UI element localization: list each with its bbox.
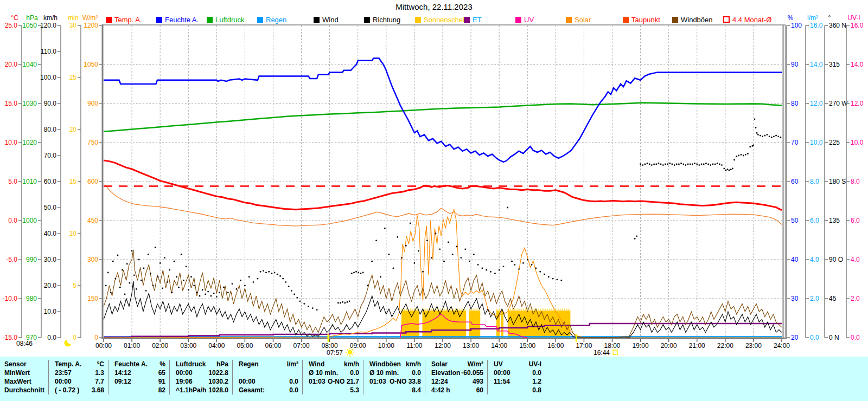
series-richtung-dot (117, 255, 119, 256)
axis-unit-header: km/h (43, 14, 58, 22)
axis-tick-label: 30 (791, 295, 799, 302)
series-richtung-dot (676, 164, 678, 165)
axis-tick-label: 12.0 (810, 100, 823, 107)
axis-tick-label: 8.0 (851, 178, 860, 185)
series-richtung-dot (714, 164, 716, 165)
series-richtung-dot (685, 164, 687, 166)
series-richtung-dot (216, 296, 218, 297)
series-richtung-dot (672, 164, 673, 165)
series-richtung-dot (340, 302, 341, 304)
table-column-header: UVUV-I (487, 360, 545, 368)
series-richtung-dot (186, 266, 187, 267)
series-richtung-dot (431, 257, 432, 258)
axis-tick-label: 50 (791, 217, 799, 224)
series-richtung-dot (767, 134, 768, 135)
x-axis-label: 10:00 (378, 342, 394, 350)
series-richtung-dot (649, 164, 650, 165)
series-richtung-dot (265, 272, 267, 274)
series-richtung-dot (678, 164, 680, 165)
axis-tick-label: 16.0 (851, 22, 864, 29)
series-richtung-dot (518, 268, 520, 270)
table-cell-min (232, 368, 302, 377)
series-richtung-dot (122, 269, 123, 271)
series-richtung-dot (235, 288, 237, 290)
axis-tick-label: 1200 (84, 22, 98, 29)
series-richtung-dot (257, 278, 259, 280)
axis-tick-label: 8.0 (810, 178, 819, 185)
series-richtung-dot (477, 264, 479, 266)
series-richtung-dot (522, 262, 524, 264)
moon-time-label: 08:46 (16, 340, 33, 347)
axis-tick-label: 30.0 (44, 256, 57, 263)
series-richtung-dot (337, 302, 339, 304)
series-richtung-dot (414, 262, 416, 264)
series-richtung-dot (640, 164, 641, 165)
series-richtung-dot (285, 281, 287, 283)
x-axis-label: 15:00 (519, 342, 535, 350)
axis-tick-label: 20.0 (44, 282, 57, 289)
axis-tick-label: 1030 (22, 100, 37, 107)
axis-tick-label: 0 N (829, 334, 839, 341)
series-richtung-dot (725, 170, 727, 171)
series-richtung-dot (490, 271, 492, 273)
series-richtung-dot (110, 292, 112, 293)
table-filler (545, 377, 868, 386)
series-richtung-dot (754, 118, 756, 120)
series-richtung-dot (138, 259, 140, 261)
axis-tick-label: 80.0 (44, 126, 57, 133)
sunshine-bar (501, 311, 503, 338)
axis-tick-label: 120.0 (40, 22, 56, 29)
series-richtung-dot (152, 285, 154, 287)
table-row-header: MinWert (0, 368, 48, 377)
table-filler (545, 360, 868, 368)
axis-unit-header: min (68, 14, 78, 22)
series-richtung-dot (756, 132, 758, 134)
series-richtung-dot (753, 144, 755, 146)
series-richtung-dot (712, 164, 714, 165)
axis-tick-label: 20 (69, 126, 77, 133)
series-richtung-dot (439, 248, 441, 250)
series-richtung-dot (107, 272, 109, 274)
axis-tick-label: 25.0 (5, 22, 18, 29)
axis-tick-label: 20 (791, 334, 799, 341)
series-richtung-dot (535, 268, 537, 269)
table-column-header: Temp. A.°C (48, 360, 108, 368)
axis-unit-header: hPa (26, 14, 38, 22)
axis-tick-label: 50.0 (44, 204, 57, 211)
axis-tick-label: 70.0 (44, 152, 57, 159)
series-richtung-dot (452, 254, 454, 255)
series-richtung-dot (131, 250, 133, 252)
table-cell-min: Ø 10 min.0.0 (302, 368, 363, 377)
x-axis-label: 21:00 (689, 342, 705, 350)
series-richtung-dot (202, 289, 203, 291)
axis-tick-label: 980 (26, 295, 37, 302)
series-richtung-dot (448, 242, 449, 243)
axis-tick-label: 5.0 (8, 178, 17, 185)
series-richtung-dot (199, 295, 201, 297)
axis-tick-label: 40 (791, 256, 799, 263)
axis-tick-label: 1050 (22, 22, 37, 29)
table-column-header: LuftdruckhPa (169, 360, 232, 368)
series-richtung-dot (263, 270, 264, 271)
axis-tick-label: 80 (791, 100, 799, 107)
series-richtung-dot (667, 164, 668, 165)
table-cell-min: 00:000.0 (487, 368, 545, 377)
series-richtung-dot (461, 257, 462, 258)
series-richtung-dot (367, 285, 369, 287)
series-richtung-dot (749, 146, 751, 148)
axis-tick-label: 0.0 (810, 334, 819, 341)
axis-tick-label: 2.0 (851, 295, 860, 302)
series-richtung-dot (773, 135, 775, 137)
axis-tick-label: 1040 (22, 61, 37, 68)
axis-tick-label: 2.0 (810, 295, 819, 302)
table-column-header: SolarW/m² (425, 360, 487, 368)
series-richtung-dot (248, 276, 250, 278)
table-cell-avg: ( - 0.72 )3.68 (48, 386, 108, 394)
axis-tick-label: 0 (94, 334, 98, 341)
series-richtung-dot (464, 248, 466, 250)
series-richtung-dot (148, 254, 149, 255)
series-richtung-dot (764, 135, 765, 137)
axis-tick-label: 70 (791, 139, 799, 146)
axis-tick-label: 900 (87, 100, 98, 107)
table-cell-min: 00:001022.8 (169, 368, 232, 377)
